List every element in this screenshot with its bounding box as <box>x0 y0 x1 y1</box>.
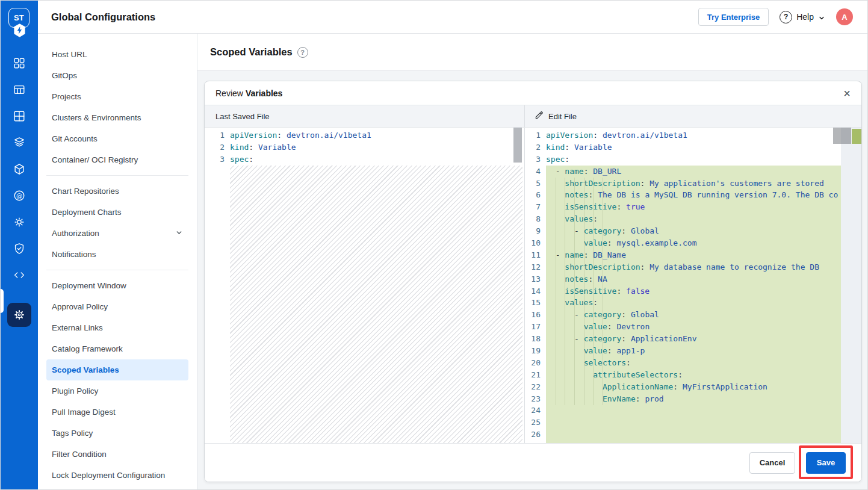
code-line: 8 values: <box>525 213 861 225</box>
helm-stack-icon[interactable] <box>12 135 26 150</box>
sidebar-item-notifications[interactable]: Notifications <box>46 244 188 265</box>
code-line: 4 - name: DB_URL <box>525 166 861 178</box>
sidebar-item-label: Lock Deployment Configuration <box>52 471 165 480</box>
code-line: 14 isSensitive: false <box>525 285 861 297</box>
sidebar-item-label: Git Accounts <box>52 134 98 143</box>
top-header: Global Configurations Try Enterprise ? H… <box>38 1 867 34</box>
drawer-header: Review Variables × <box>205 81 861 105</box>
main-content: Scoped Variables ? Review Variables × La… <box>197 34 867 489</box>
code-line: 3spec: <box>205 154 524 166</box>
code-line: 19 value: app1-p <box>525 345 861 357</box>
help-label: Help <box>796 12 814 22</box>
header-actions: Try Enterprise ? Help A <box>698 8 867 26</box>
icon-rail: ST @ <box>1 1 38 489</box>
sidebar-item-authorization[interactable]: Authorization <box>46 223 188 244</box>
applications-grid-icon[interactable] <box>12 56 26 70</box>
sidebar-item-label: Pull Image Digest <box>52 408 116 417</box>
active-rail-indicator <box>1 289 4 313</box>
rail-icon-list: @ <box>1 56 38 327</box>
sidebar-item-approval-policy[interactable]: Approval Policy <box>46 296 188 317</box>
cancel-button[interactable]: Cancel <box>749 452 795 474</box>
last-saved-file-header: Last Saved File <box>205 105 525 127</box>
help-menu[interactable]: ? Help <box>780 11 825 23</box>
section-header: Scoped Variables ? <box>197 34 867 71</box>
code-line: 25 <box>525 417 861 429</box>
jobs-gear-sun-icon[interactable] <box>12 215 26 229</box>
code-line: 26 <box>525 429 861 441</box>
sidebar-item-label: Approval Policy <box>52 302 108 311</box>
sidebar-item-deployment-window[interactable]: Deployment Window <box>46 275 188 296</box>
sidebar-item-host-url[interactable]: Host URL <box>46 44 188 65</box>
drawer-footer: Cancel Save <box>205 443 861 482</box>
sidebar-item-label: Catalog Framework <box>52 344 123 353</box>
application-groups-icon[interactable] <box>12 109 26 123</box>
code-line: 1apiVersion: devtron.ai/v1beta1 <box>205 129 524 141</box>
code-line: 5 shortDescription: My application's cus… <box>525 178 861 190</box>
user-avatar[interactable]: A <box>836 8 853 25</box>
code-line: 7 isSensitive: true <box>525 201 861 213</box>
code-line: 11 - name: DB_Name <box>525 249 861 261</box>
sidebar-item-chart-repositories[interactable]: Chart Repositories <box>46 181 188 202</box>
code-line: 12 shortDescription: My database name to… <box>525 261 861 273</box>
sidebar-item-gitops[interactable]: GitOps <box>46 65 188 86</box>
sidebar-item-label: Projects <box>52 92 81 101</box>
sidebar-item-scoped-variables[interactable]: Scoped Variables <box>46 359 188 380</box>
overview-ruler <box>841 128 861 444</box>
code-line: 24 <box>525 405 861 417</box>
sidebar-item-plugin-policy[interactable]: Plugin Policy <box>46 380 188 402</box>
save-button[interactable]: Save <box>806 452 846 474</box>
sidebar-item-container-oci-registry[interactable]: Container/ OCI Registry <box>46 149 188 170</box>
diff-editor: 1apiVersion: devtron.ai/v1beta12kind: Va… <box>205 128 861 444</box>
sidebar-item-git-accounts[interactable]: Git Accounts <box>46 128 188 149</box>
code-line: 3spec: <box>525 154 861 166</box>
last-saved-file-pane[interactable]: 1apiVersion: devtron.ai/v1beta12kind: Va… <box>205 128 525 444</box>
left-pane-scrollbar[interactable] <box>513 128 522 163</box>
resource-browser-code-icon[interactable] <box>12 268 26 282</box>
code-line: 16 - category: Global <box>525 309 861 321</box>
code-line: 17 value: Devtron <box>525 321 861 333</box>
try-enterprise-button[interactable]: Try Enterprise <box>698 8 769 26</box>
sidebar-item-filter-condition[interactable]: Filter Condition <box>46 444 188 465</box>
app-window: ST @ Global Configurations Try Enterpris… <box>0 0 868 490</box>
package-cube-icon[interactable] <box>12 162 26 176</box>
code-line: 1apiVersion: devtron.ai/v1beta1 <box>525 129 861 141</box>
devtron-logo-icon <box>13 23 26 37</box>
bulk-edit-icon[interactable]: @ <box>12 188 26 203</box>
sidebar-item-lock-deployment-configuration[interactable]: Lock Deployment Configuration <box>46 465 188 486</box>
section-title: Scoped Variables <box>210 46 293 58</box>
code-line: 13 notes: NA <box>525 273 861 285</box>
close-icon[interactable]: × <box>843 87 851 99</box>
sidebar-item-label: Filter Condition <box>52 450 107 459</box>
sidebar-item-label: Notifications <box>52 250 96 259</box>
sidebar-item-clusters-environments[interactable]: Clusters & Environments <box>46 107 188 128</box>
sidebar-divider <box>46 175 188 176</box>
sidebar-item-tags-policy[interactable]: Tags Policy <box>46 423 188 444</box>
sidebar-item-label: External Links <box>52 323 103 332</box>
security-shield-icon[interactable] <box>12 241 26 256</box>
svg-text:@: @ <box>16 193 22 199</box>
config-sidebar: Host URLGitOpsProjectsClusters & Environ… <box>38 34 197 489</box>
chart-store-icon[interactable] <box>12 82 26 97</box>
sidebar-item-catalog-framework[interactable]: Catalog Framework <box>46 338 188 359</box>
right-pane-scrollbar[interactable] <box>833 128 851 144</box>
page-title: Global Configurations <box>51 11 155 23</box>
code-line: 15 values: <box>525 297 861 309</box>
sidebar-item-label: Clusters & Environments <box>52 113 141 122</box>
sidebar-item-label: Tags Policy <box>52 429 93 438</box>
sidebar-item-deployment-charts[interactable]: Deployment Charts <box>46 202 188 223</box>
code-line: 2kind: Variable <box>205 141 524 154</box>
section-help-icon[interactable]: ? <box>297 47 308 58</box>
sidebar-item-pull-image-digest[interactable]: Pull Image Digest <box>46 402 188 423</box>
edit-file-header: Edit File <box>525 105 861 127</box>
code-line: 2kind: Variable <box>525 141 861 154</box>
sidebar-item-projects[interactable]: Projects <box>46 86 188 107</box>
edit-file-pane[interactable]: 1apiVersion: devtron.ai/v1beta12kind: Va… <box>525 128 861 444</box>
sidebar-item-external-links[interactable]: External Links <box>46 317 188 338</box>
save-button-group: Save <box>806 452 846 474</box>
sidebar-item-label: Deployment Window <box>52 281 126 290</box>
global-configurations-gear-icon[interactable] <box>7 303 31 327</box>
pencil-icon <box>535 111 544 122</box>
review-variables-drawer: Review Variables × Last Saved File Edit … <box>204 81 862 482</box>
sidebar-item-label: Container/ OCI Registry <box>52 155 138 164</box>
code-line: 10 value: mysql.example.com <box>525 237 861 249</box>
